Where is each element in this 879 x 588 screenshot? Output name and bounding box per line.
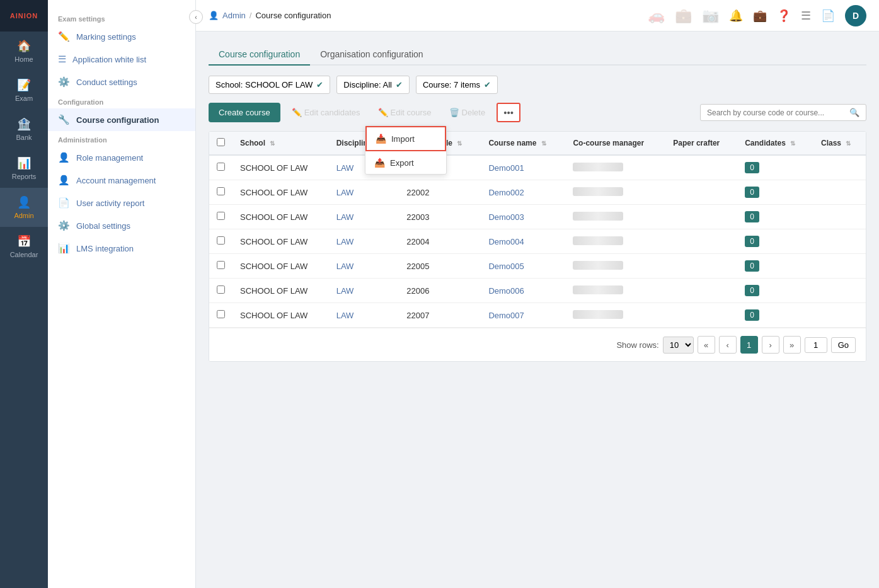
sidebar-item-global-settings[interactable]: ⚙️ Global settings	[48, 214, 195, 237]
sidebar-item-label: Home	[14, 55, 33, 63]
sidebar-item-account-management[interactable]: 👤 Account management	[48, 169, 195, 192]
page-number-input[interactable]	[805, 337, 827, 353]
sidebar-item-bank[interactable]: 🏦 Bank	[0, 110, 48, 149]
table-row: SCHOOL OF LAW LAW 22007 Demo007 0	[209, 303, 866, 328]
create-course-button[interactable]: Create course	[209, 103, 280, 122]
cell-co-course-manager	[565, 155, 665, 180]
cell-discipline: LAW	[329, 229, 399, 254]
first-page-button[interactable]: «	[698, 336, 715, 354]
import-button[interactable]: 📥 Import	[365, 126, 446, 151]
courses-table: School ⇅ Discipline ⇅ Course code ⇅ Co	[209, 132, 866, 328]
cell-co-course-manager	[565, 229, 665, 254]
sidebar-toggle-button[interactable]: ‹	[189, 10, 203, 24]
rows-per-page-select[interactable]: 10 20 50	[663, 337, 694, 354]
search-input[interactable]	[707, 108, 846, 117]
cell-co-course-manager	[565, 279, 665, 303]
sidebar-item-home[interactable]: 🏠 Home	[0, 32, 48, 71]
document-icon[interactable]: 📄	[821, 9, 835, 23]
sidebar-item-reports[interactable]: 📊 Reports	[0, 149, 48, 188]
sidebar-item-label: Reports	[12, 173, 37, 180]
col-school: School ⇅	[233, 132, 329, 155]
cell-co-course-manager	[565, 303, 665, 328]
nav-item-label: Conduct settings	[76, 78, 137, 87]
export-label: Export	[390, 158, 414, 168]
col-class: Class ⇅	[813, 132, 866, 155]
account-icon: 👤	[58, 175, 70, 186]
notification-icon[interactable]: 🔔	[729, 9, 743, 23]
list-icon: ☰	[58, 54, 66, 65]
administration-label: Administration	[48, 131, 195, 146]
avatar[interactable]: D	[845, 5, 866, 26]
row-checkbox[interactable]	[217, 236, 225, 245]
briefcase-icon[interactable]: 💼	[753, 9, 767, 23]
cell-paper-crafter	[665, 279, 737, 303]
filter-school-label: School: SCHOOL OF LAW	[215, 80, 313, 89]
row-checkbox[interactable]	[217, 310, 225, 318]
pagination-bar: Show rows: 10 20 50 « ‹ 1 › » Go	[209, 328, 866, 361]
sidebar-item-label: Exam	[15, 95, 33, 102]
breadcrumb: 👤 Admin / Course configuration	[209, 11, 643, 20]
cell-course-code: 22007	[399, 303, 481, 328]
more-icon: •••	[503, 107, 514, 118]
calendar-icon: 📅	[17, 234, 31, 248]
col-candidates: Candidates ⇅	[737, 132, 813, 155]
sidebar-item-lms-integration[interactable]: 📊 LMS integration	[48, 237, 195, 260]
menu-list-icon[interactable]: ☰	[801, 9, 811, 23]
sidebar-item-user-activity-report[interactable]: 📄 User activity report	[48, 192, 195, 214]
row-checkbox[interactable]	[217, 187, 225, 195]
sort-icon: ⇅	[790, 140, 795, 147]
row-checkbox[interactable]	[217, 163, 225, 171]
edit-candidates-button[interactable]: ✏️ Edit candidates	[285, 104, 367, 121]
school-filter[interactable]: School: SCHOOL OF LAW ✔	[209, 76, 330, 94]
admin-icon: 👤	[17, 195, 31, 209]
cell-course-code: 22002	[399, 180, 481, 205]
edit-course-icon: ✏️	[378, 108, 388, 117]
page-1-button[interactable]: 1	[740, 336, 758, 354]
tab-course-configuration[interactable]: Course configuration	[209, 44, 310, 66]
more-actions-button[interactable]: •••	[497, 103, 520, 122]
sidebar-item-admin[interactable]: 👤 Admin	[0, 188, 48, 227]
sidebar-item-exam[interactable]: 📝 Exam	[0, 71, 48, 110]
table-row: SCHOOL OF LAW LAW 22006 Demo006 0	[209, 279, 866, 303]
table-row: SCHOOL OF LAW LAW 22003 Demo003 0	[209, 205, 866, 229]
admin-breadcrumb-link[interactable]: Admin	[222, 11, 246, 20]
home-icon: 🏠	[17, 39, 31, 53]
filter-discipline-label: Discipline: All	[343, 80, 392, 89]
delete-button[interactable]: 🗑️ Delete	[443, 104, 492, 121]
edit-course-button[interactable]: ✏️ Edit course	[372, 104, 438, 121]
export-button[interactable]: 📤 Export	[365, 151, 446, 174]
sort-icon: ⇅	[846, 140, 851, 147]
help-icon[interactable]: ❓	[777, 9, 791, 23]
select-all-checkbox[interactable]	[217, 138, 225, 146]
cell-candidates: 0	[737, 155, 813, 180]
row-checkbox[interactable]	[217, 261, 225, 269]
cell-class	[813, 205, 866, 229]
col-paper-crafter: Paper crafter	[665, 132, 737, 155]
cell-paper-crafter	[665, 229, 737, 254]
edit-candidates-icon: ✏️	[292, 108, 302, 117]
sidebar-item-conduct-settings[interactable]: ⚙️ Conduct settings	[48, 71, 195, 93]
import-icon: 📥	[376, 134, 386, 144]
nav-item-label: Marking settings	[76, 32, 136, 42]
tab-organisation-configuration[interactable]: Organisation configuration	[310, 44, 433, 66]
sidebar-item-role-management[interactable]: 👤 Role management	[48, 146, 195, 169]
settings-icon: ⚙️	[58, 220, 70, 231]
go-button[interactable]: Go	[831, 337, 856, 353]
last-page-button[interactable]: »	[783, 336, 801, 354]
next-page-button[interactable]: ›	[762, 336, 779, 354]
content-area: Course configuration Organisation config…	[196, 32, 879, 588]
course-filter[interactable]: Course: 7 items ✔	[416, 76, 498, 94]
cell-paper-crafter	[665, 303, 737, 328]
sidebar-item-course-configuration[interactable]: 🔧 Course configuration	[48, 108, 195, 131]
search-box[interactable]: 🔍	[700, 104, 866, 121]
row-checkbox[interactable]	[217, 212, 225, 220]
sidebar-item-calendar[interactable]: 📅 Calendar	[0, 227, 48, 266]
cell-discipline: LAW	[329, 303, 399, 328]
sidebar-item-marking-settings[interactable]: ✏️ Marking settings	[48, 25, 195, 48]
sidebar-item-application-white-list[interactable]: ☰ Application white list	[48, 48, 195, 71]
table-container: School ⇅ Discipline ⇅ Course code ⇅ Co	[209, 131, 866, 362]
prev-page-button[interactable]: ‹	[719, 336, 737, 354]
discipline-filter[interactable]: Discipline: All ✔	[336, 76, 410, 94]
row-checkbox[interactable]	[217, 285, 225, 294]
integration-icon: 📊	[58, 243, 70, 254]
